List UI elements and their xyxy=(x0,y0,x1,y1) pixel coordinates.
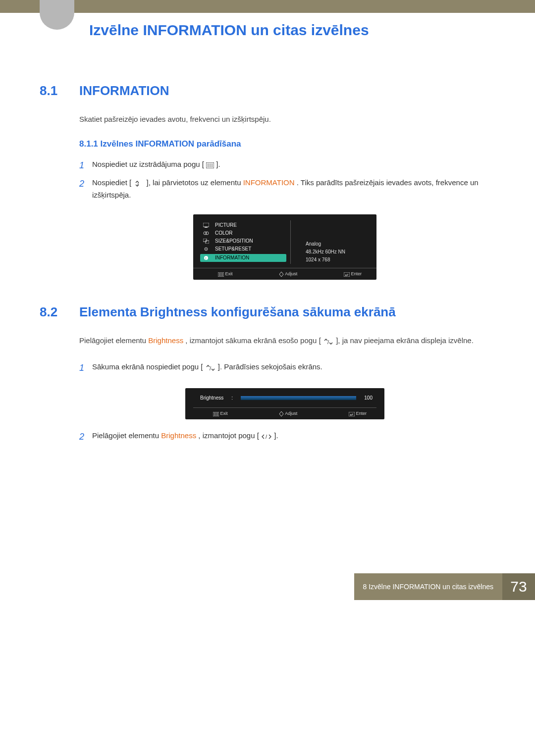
label: Exit xyxy=(220,411,228,416)
osd-exit: Exit xyxy=(213,411,228,416)
menu-button-icon xyxy=(218,272,224,277)
osd-enter: Enter xyxy=(344,271,362,277)
text: ], ja nav pieejama ekrāna displeja izvēl… xyxy=(336,336,474,345)
brightness-value: 100 xyxy=(364,395,373,401)
size-icon xyxy=(202,238,210,244)
text: Sākuma ekrānā nospiediet pogu [ xyxy=(92,362,203,371)
section-intro: Skatiet pašreizējo ievades avotu, frekve… xyxy=(79,113,490,125)
svg-rect-6 xyxy=(203,223,209,227)
menu-button-icon xyxy=(213,412,219,416)
step-text: Nospiediet uz izstrādājuma pogu [ ]. xyxy=(92,158,220,173)
osd-adjust: Adjust xyxy=(279,271,297,277)
brightness-footer: Exit Adjust Enter xyxy=(193,407,376,416)
svg-rect-27 xyxy=(349,412,355,416)
step-number: 1 xyxy=(79,360,92,376)
osd-item-size: SIZE&POSITION xyxy=(202,238,286,244)
text: ]. Parādīsies sekojošais ekrāns. xyxy=(218,362,322,371)
text: Pielāgojiet elementu xyxy=(92,431,161,440)
text: , izmantojot pogu [ xyxy=(198,431,259,440)
up-down-icon: / xyxy=(133,181,144,187)
footer-chapter-label: 8 Izvēlne INFORMATION un citas izvēlnes xyxy=(354,573,502,600)
svg-text:i: i xyxy=(206,256,207,260)
svg-line-4 xyxy=(140,181,143,186)
adjust-icon xyxy=(279,272,284,277)
list-item: 2 Nospiediet [ / ], lai pārvietotos uz e… xyxy=(79,176,490,202)
up-down-icon: / xyxy=(323,339,334,345)
svg-point-9 xyxy=(206,232,209,235)
svg-point-13 xyxy=(206,249,207,250)
osd-exit: Exit xyxy=(218,271,233,277)
steps-8-2: 1 Sākuma ekrānā nospiediet pogu [ / ]. P… xyxy=(79,360,490,376)
highlight-text: Brightness xyxy=(148,336,183,345)
step-text: Sākuma ekrānā nospiediet pogu [ / ]. Par… xyxy=(92,360,322,376)
svg-rect-7 xyxy=(205,227,208,228)
chapter-title: Izvēlne INFORMATION un citas izvēlnes xyxy=(89,22,490,39)
osd-menu-illustration: PICTURE COLOR SIZE&POSITION SETUP&RESET … xyxy=(193,214,376,280)
svg-text:/: / xyxy=(266,434,268,440)
step-text: Pielāgojiet elementu Brightness , izmant… xyxy=(92,429,278,445)
text: ]. xyxy=(274,431,278,440)
section-intro-8-2: Pielāgojiet elementu Brightness , izmant… xyxy=(79,335,490,347)
osd-label: SETUP&RESET xyxy=(215,246,251,252)
highlight-text: INFORMATION xyxy=(243,178,295,187)
step-text: Nospiediet [ / ], lai pārvietotos uz ele… xyxy=(92,176,490,202)
svg-text:/: / xyxy=(327,339,329,345)
text: Nospiediet uz izstrādājuma pogu [ xyxy=(92,160,204,168)
text: , izmantojot sākuma ekrānā esošo pogu [ xyxy=(185,336,321,345)
section-title: Elementa Brightness konfigurēšana sākuma… xyxy=(79,304,396,320)
label: Adjust xyxy=(285,411,297,416)
label: Adjust xyxy=(285,271,297,276)
osd-info-line: Analog xyxy=(306,240,368,248)
enter-icon xyxy=(349,412,355,416)
text: ]. xyxy=(216,160,220,168)
gear-icon xyxy=(202,246,210,252)
highlight-text: Brightness xyxy=(161,431,196,440)
osd-enter: Enter xyxy=(349,411,367,416)
step-number: 1 xyxy=(79,158,92,173)
osd-item-setup: SETUP&RESET xyxy=(202,246,286,252)
osd-footer: Exit Adjust Enter xyxy=(193,268,376,277)
text: Nospiediet [ xyxy=(92,178,131,187)
osd-label: COLOR xyxy=(215,230,233,236)
text: Pielāgojiet elementu xyxy=(79,336,148,345)
section-number: 8.2 xyxy=(40,304,79,320)
list-item: 1 Sākuma ekrānā nospiediet pogu [ / ]. P… xyxy=(79,360,490,376)
color-icon xyxy=(202,230,210,236)
brightness-slider xyxy=(241,396,356,400)
list-item: 1 Nospiediet uz izstrādājuma pogu [ ]. xyxy=(79,158,490,173)
osd-left-menu: PICTURE COLOR SIZE&POSITION SETUP&RESET … xyxy=(202,220,291,264)
osd-item-picture: PICTURE xyxy=(202,222,286,228)
osd-label: PICTURE xyxy=(215,222,237,228)
top-accent-bar xyxy=(0,0,535,13)
step-number: 2 xyxy=(79,429,92,445)
osd-label: INFORMATION xyxy=(215,255,249,260)
menu-button-icon xyxy=(206,162,214,168)
steps-8-1-1: 1 Nospiediet uz izstrādājuma pogu [ ]. 2… xyxy=(79,158,490,202)
label: Exit xyxy=(225,271,233,276)
section-title: INFORMATION xyxy=(79,83,169,99)
section-8-1: 8.1 INFORMATION xyxy=(79,83,490,99)
section-number: 8.1 xyxy=(40,83,79,99)
left-right-icon: / xyxy=(261,434,272,440)
osd-info-panel: Analog 48.2kHz 60Hz NN 1024 x 768 xyxy=(291,220,368,264)
section-8-2: 8.2 Elementa Brightness konfigurēšana sā… xyxy=(79,304,490,320)
text: ], lai pārvietotos uz elementu xyxy=(147,178,243,187)
svg-rect-11 xyxy=(206,241,209,244)
label: Enter xyxy=(356,411,367,416)
steps-8-2-cont: 2 Pielāgojiet elementu Brightness , izma… xyxy=(79,429,490,445)
osd-info-line: 1024 x 768 xyxy=(306,256,368,264)
adjust-icon xyxy=(279,411,284,416)
colon: : xyxy=(231,395,233,401)
step-number: 2 xyxy=(79,176,92,202)
svg-rect-10 xyxy=(203,239,207,242)
brightness-osd-illustration: Brightness : 100 Exit Adjust Enter xyxy=(185,388,384,419)
page-footer: 8 Izvēlne INFORMATION un citas izvēlnes … xyxy=(0,573,535,600)
brightness-label: Brightness xyxy=(200,395,223,401)
list-item: 2 Pielāgojiet elementu Brightness , izma… xyxy=(79,429,490,445)
page-content: Izvēlne INFORMATION un citas izvēlnes 8.… xyxy=(0,22,535,445)
svg-rect-20 xyxy=(344,272,350,277)
enter-icon xyxy=(344,272,350,277)
osd-item-color: COLOR xyxy=(202,230,286,236)
label: Enter xyxy=(351,271,362,276)
up-down-icon: / xyxy=(205,365,216,371)
